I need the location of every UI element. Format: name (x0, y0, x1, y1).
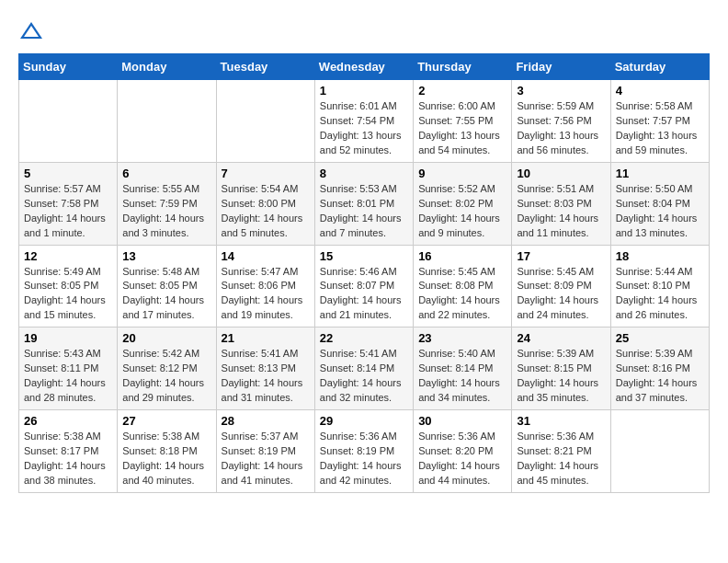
calendar-cell: 15Sunrise: 5:46 AMSunset: 8:07 PMDayligh… (314, 245, 413, 327)
calendar-cell: 9Sunrise: 5:52 AMSunset: 8:02 PMDaylight… (414, 162, 512, 245)
day-number: 24 (517, 331, 605, 345)
day-info: Sunrise: 5:45 AMSunset: 8:08 PMDaylight:… (418, 265, 506, 324)
day-number: 29 (320, 414, 408, 428)
calendar-cell: 19Sunrise: 5:43 AMSunset: 8:11 PMDayligh… (19, 327, 118, 410)
calendar-cell: 30Sunrise: 5:36 AMSunset: 8:20 PMDayligh… (414, 410, 512, 493)
day-number: 19 (24, 331, 112, 345)
day-info: Sunrise: 5:39 AMSunset: 8:16 PMDaylight:… (616, 347, 704, 406)
day-info: Sunrise: 5:38 AMSunset: 8:18 PMDaylight:… (122, 430, 210, 488)
day-info: Sunrise: 5:38 AMSunset: 8:17 PMDaylight:… (24, 430, 112, 488)
logo-icon (18, 18, 44, 44)
day-info: Sunrise: 5:47 AMSunset: 8:06 PMDaylight:… (222, 265, 310, 324)
day-number: 17 (517, 249, 605, 263)
calendar-cell: 16Sunrise: 5:45 AMSunset: 8:08 PMDayligh… (414, 245, 512, 327)
day-info: Sunrise: 5:48 AMSunset: 8:05 PMDaylight:… (122, 265, 210, 324)
calendar-cell: 25Sunrise: 5:39 AMSunset: 8:16 PMDayligh… (610, 327, 709, 410)
calendar-cell: 11Sunrise: 5:50 AMSunset: 8:04 PMDayligh… (610, 162, 709, 245)
day-number: 16 (418, 249, 506, 263)
day-info: Sunrise: 5:52 AMSunset: 8:02 PMDaylight:… (418, 182, 506, 241)
calendar-cell (216, 80, 314, 163)
day-number: 25 (616, 331, 704, 345)
day-number: 20 (122, 331, 210, 345)
weekday-header-friday: Friday (512, 54, 610, 80)
calendar-cell: 31Sunrise: 5:36 AMSunset: 8:21 PMDayligh… (512, 410, 610, 493)
day-number: 1 (320, 84, 408, 98)
calendar-cell: 10Sunrise: 5:51 AMSunset: 8:03 PMDayligh… (512, 162, 610, 245)
calendar-cell (118, 80, 216, 163)
day-info: Sunrise: 5:55 AMSunset: 7:59 PMDaylight:… (122, 182, 210, 241)
calendar-cell: 28Sunrise: 5:37 AMSunset: 8:19 PMDayligh… (216, 410, 314, 493)
calendar-cell: 5Sunrise: 5:57 AMSunset: 7:58 PMDaylight… (19, 162, 118, 245)
calendar-week-4: 19Sunrise: 5:43 AMSunset: 8:11 PMDayligh… (19, 327, 710, 410)
day-info: Sunrise: 5:41 AMSunset: 8:14 PMDaylight:… (320, 347, 408, 406)
weekday-header-tuesday: Tuesday (216, 54, 314, 80)
day-info: Sunrise: 5:51 AMSunset: 8:03 PMDaylight:… (517, 182, 605, 241)
calendar-header: SundayMondayTuesdayWednesdayThursdayFrid… (19, 54, 710, 80)
day-info: Sunrise: 5:36 AMSunset: 8:21 PMDaylight:… (517, 430, 605, 488)
calendar-week-3: 12Sunrise: 5:49 AMSunset: 8:05 PMDayligh… (19, 245, 710, 327)
day-number: 28 (222, 414, 310, 428)
calendar-cell: 17Sunrise: 5:45 AMSunset: 8:09 PMDayligh… (512, 245, 610, 327)
weekday-header-saturday: Saturday (610, 54, 709, 80)
calendar-body: 1Sunrise: 6:01 AMSunset: 7:54 PMDaylight… (19, 80, 710, 493)
day-info: Sunrise: 6:01 AMSunset: 7:54 PMDaylight:… (320, 99, 408, 158)
calendar-cell (610, 410, 709, 493)
calendar-cell: 18Sunrise: 5:44 AMSunset: 8:10 PMDayligh… (610, 245, 709, 327)
day-number: 27 (122, 414, 210, 428)
day-number: 9 (418, 167, 506, 180)
day-number: 14 (222, 249, 310, 263)
day-number: 3 (517, 84, 605, 98)
calendar-cell: 8Sunrise: 5:53 AMSunset: 8:01 PMDaylight… (314, 162, 413, 245)
day-number: 6 (122, 167, 210, 180)
calendar-cell: 4Sunrise: 5:58 AMSunset: 7:57 PMDaylight… (610, 80, 709, 163)
day-info: Sunrise: 5:37 AMSunset: 8:19 PMDaylight:… (222, 430, 310, 488)
calendar-week-5: 26Sunrise: 5:38 AMSunset: 8:17 PMDayligh… (19, 410, 710, 493)
calendar-table: SundayMondayTuesdayWednesdayThursdayFrid… (18, 53, 710, 493)
day-info: Sunrise: 5:41 AMSunset: 8:13 PMDaylight:… (222, 347, 310, 406)
calendar-week-1: 1Sunrise: 6:01 AMSunset: 7:54 PMDaylight… (19, 80, 710, 163)
day-number: 26 (24, 414, 112, 428)
calendar-cell: 23Sunrise: 5:40 AMSunset: 8:14 PMDayligh… (414, 327, 512, 410)
day-number: 11 (616, 167, 704, 180)
day-info: Sunrise: 5:36 AMSunset: 8:20 PMDaylight:… (418, 430, 506, 488)
header (18, 18, 710, 44)
calendar-cell: 7Sunrise: 5:54 AMSunset: 8:00 PMDaylight… (216, 162, 314, 245)
calendar-cell: 13Sunrise: 5:48 AMSunset: 8:05 PMDayligh… (118, 245, 216, 327)
calendar-cell: 20Sunrise: 5:42 AMSunset: 8:12 PMDayligh… (118, 327, 216, 410)
day-info: Sunrise: 5:40 AMSunset: 8:14 PMDaylight:… (418, 347, 506, 406)
calendar-cell (19, 80, 118, 163)
calendar-cell: 2Sunrise: 6:00 AMSunset: 7:55 PMDaylight… (414, 80, 512, 163)
day-info: Sunrise: 5:50 AMSunset: 8:04 PMDaylight:… (616, 182, 704, 241)
day-info: Sunrise: 5:53 AMSunset: 8:01 PMDaylight:… (320, 182, 408, 241)
day-number: 7 (222, 167, 310, 180)
weekday-header-thursday: Thursday (414, 54, 512, 80)
day-info: Sunrise: 5:39 AMSunset: 8:15 PMDaylight:… (517, 347, 605, 406)
day-number: 22 (320, 331, 408, 345)
day-number: 12 (24, 249, 112, 263)
day-info: Sunrise: 5:45 AMSunset: 8:09 PMDaylight:… (517, 265, 605, 324)
day-number: 18 (616, 249, 704, 263)
day-number: 30 (418, 414, 506, 428)
calendar-cell: 12Sunrise: 5:49 AMSunset: 8:05 PMDayligh… (19, 245, 118, 327)
day-info: Sunrise: 5:36 AMSunset: 8:19 PMDaylight:… (320, 430, 408, 488)
day-number: 5 (24, 167, 112, 180)
day-number: 4 (616, 84, 704, 98)
calendar-cell: 24Sunrise: 5:39 AMSunset: 8:15 PMDayligh… (512, 327, 610, 410)
calendar-cell: 1Sunrise: 6:01 AMSunset: 7:54 PMDaylight… (314, 80, 413, 163)
day-info: Sunrise: 6:00 AMSunset: 7:55 PMDaylight:… (418, 99, 506, 158)
day-number: 13 (122, 249, 210, 263)
day-info: Sunrise: 5:54 AMSunset: 8:00 PMDaylight:… (222, 182, 310, 241)
day-number: 2 (418, 84, 506, 98)
day-number: 31 (517, 414, 605, 428)
calendar-cell: 29Sunrise: 5:36 AMSunset: 8:19 PMDayligh… (314, 410, 413, 493)
day-info: Sunrise: 5:49 AMSunset: 8:05 PMDaylight:… (24, 265, 112, 324)
calendar-cell: 27Sunrise: 5:38 AMSunset: 8:18 PMDayligh… (118, 410, 216, 493)
weekday-header-row: SundayMondayTuesdayWednesdayThursdayFrid… (19, 54, 710, 80)
calendar-cell: 3Sunrise: 5:59 AMSunset: 7:56 PMDaylight… (512, 80, 610, 163)
calendar-cell: 26Sunrise: 5:38 AMSunset: 8:17 PMDayligh… (19, 410, 118, 493)
calendar-week-2: 5Sunrise: 5:57 AMSunset: 7:58 PMDaylight… (19, 162, 710, 245)
day-info: Sunrise: 5:59 AMSunset: 7:56 PMDaylight:… (517, 99, 605, 158)
day-info: Sunrise: 5:44 AMSunset: 8:10 PMDaylight:… (616, 265, 704, 324)
day-number: 8 (320, 167, 408, 180)
day-number: 23 (418, 331, 506, 345)
